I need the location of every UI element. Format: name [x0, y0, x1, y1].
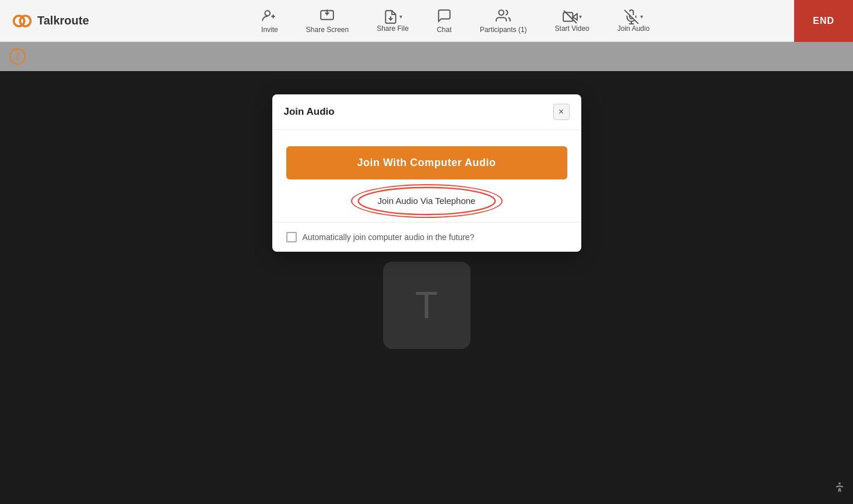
share-screen-label: Share Screen — [306, 26, 349, 34]
join-telephone-text[interactable]: Join Audio Via Telephone — [378, 196, 476, 206]
start-video-arrow: ▾ — [579, 13, 582, 20]
app-name: Talkroute — [37, 14, 89, 27]
talkroute-logo-icon — [12, 10, 33, 31]
svg-marker-8 — [573, 13, 577, 20]
logo-area: Talkroute — [0, 10, 117, 31]
auto-join-checkbox[interactable] — [286, 232, 297, 242]
participants-label: Participants (1) — [480, 26, 527, 34]
modal-body: Join With Computer Audio Join Audio Via … — [272, 130, 581, 222]
start-video-label: Start Video — [555, 24, 589, 33]
modal-overlay: Join Audio × Join With Computer Audio Jo… — [0, 71, 853, 504]
modal-header: Join Audio × — [272, 94, 581, 130]
svg-point-15 — [838, 482, 841, 485]
telephone-wrapper: Join Audio Via Telephone — [286, 191, 567, 210]
nav-item-invite[interactable]: Invite — [247, 3, 292, 38]
gray-band: i — [0, 42, 853, 71]
join-audio-icon — [624, 9, 639, 24]
nav-item-start-video[interactable]: ▾ Start Video — [541, 5, 603, 37]
nav-item-join-audio[interactable]: ▾ Join Audio — [603, 5, 664, 37]
join-audio-modal: Join Audio × Join With Computer Audio Jo… — [272, 94, 581, 252]
participants-icon — [496, 8, 511, 23]
start-video-icon — [563, 9, 578, 24]
svg-point-2 — [265, 10, 271, 16]
share-file-label: Share File — [377, 24, 409, 33]
auto-join-label: Automatically join computer audio in the… — [303, 232, 475, 242]
join-computer-audio-button[interactable]: Join With Computer Audio — [286, 146, 567, 179]
nav-item-participants[interactable]: Participants (1) — [466, 3, 541, 38]
accessibility-icon — [833, 481, 846, 497]
nav-item-share-screen[interactable]: Share Screen — [292, 3, 363, 38]
share-file-arrow: ▾ — [399, 13, 402, 20]
join-audio-arrow: ▾ — [640, 13, 643, 20]
nav-items: Invite Share Screen ▾ Share File — [117, 3, 794, 38]
modal-close-button[interactable]: × — [553, 104, 570, 120]
chat-label: Chat — [437, 26, 451, 34]
main-area: T Join Audio × Join With Computer Audio … — [0, 71, 853, 504]
share-file-icon — [383, 9, 398, 24]
svg-point-1 — [20, 16, 30, 26]
end-button[interactable]: END — [794, 0, 853, 42]
nav-item-share-file[interactable]: ▾ Share File — [363, 5, 423, 37]
topbar: Talkroute Invite Share Screen ▾ — [0, 0, 853, 42]
modal-title: Join Audio — [284, 106, 335, 118]
svg-point-7 — [499, 10, 504, 15]
invite-label: Invite — [261, 26, 278, 34]
join-audio-label: Join Audio — [617, 24, 650, 33]
share-screen-icon — [320, 8, 335, 23]
nav-item-chat[interactable]: Chat — [423, 3, 466, 38]
modal-footer: Automatically join computer audio in the… — [272, 222, 581, 252]
info-button[interactable]: i — [9, 48, 26, 65]
invite-icon — [262, 8, 277, 23]
chat-icon — [437, 8, 452, 23]
